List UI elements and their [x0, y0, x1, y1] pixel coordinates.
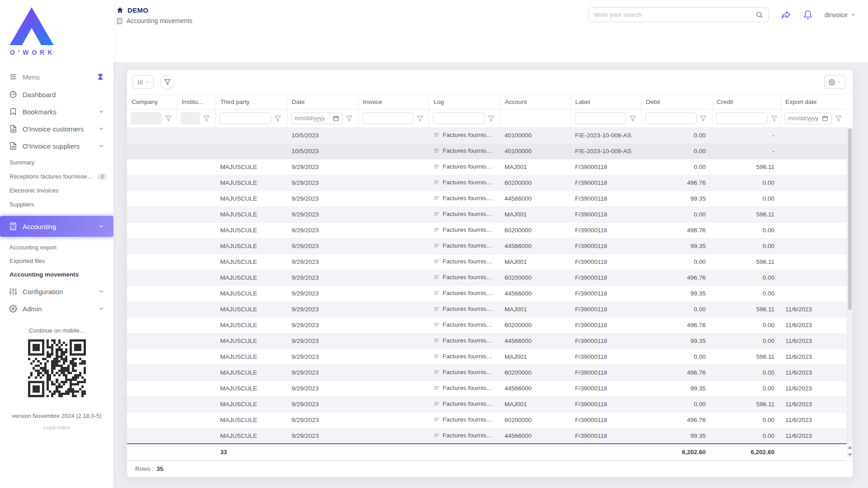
funnel-icon[interactable] — [345, 114, 354, 123]
legal-notice-link[interactable]: Legal notice — [0, 425, 113, 430]
sidebar-item-bookmarks[interactable]: Bookmarks — [0, 103, 113, 120]
table-row[interactable]: MAJUSCULE 9/29/2023 Factures fournisseur… — [127, 270, 847, 286]
column-chooser-button[interactable] — [132, 75, 154, 89]
column-header-export-date[interactable]: Export date — [781, 95, 847, 109]
table-row[interactable]: 10/5/2023 Factures fournisseurs 40100000… — [127, 143, 847, 159]
sidebar-item-oinvoice-customers[interactable]: O'Invoice customers — [0, 120, 113, 137]
table-row[interactable]: 10/5/2023 Factures fournisseurs 40100000… — [127, 127, 847, 143]
funnel-icon[interactable] — [164, 114, 173, 123]
filter-input-debit[interactable] — [645, 113, 697, 124]
calendar-icon[interactable] — [333, 115, 339, 122]
calendar-icon[interactable] — [822, 115, 828, 122]
user-menu[interactable]: dinvoice — [825, 11, 856, 19]
sidebar-bottom: Continue on mobile... version Novembre 2… — [0, 327, 113, 430]
grid-settings-button[interactable] — [824, 75, 845, 89]
funnel-icon[interactable] — [274, 114, 283, 123]
grid-toolbar — [127, 70, 853, 94]
table-row[interactable]: MAJUSCULE 9/29/2023 Factures fournisseur… — [127, 238, 847, 254]
search-icon[interactable] — [755, 11, 763, 19]
filter-input-invoice[interactable] — [362, 113, 414, 124]
log-icon — [434, 353, 439, 361]
sidebar-subitem-accounting-export[interactable]: Accounting export — [0, 240, 113, 254]
sidebar-subitem-accounting-movements[interactable]: Accounting movements — [0, 267, 113, 281]
filter-input-credit[interactable] — [716, 113, 768, 124]
funnel-icon[interactable] — [202, 114, 211, 123]
chevron-down-icon — [98, 223, 104, 230]
table-row[interactable]: MAJUSCULE 9/29/2023 Factures fournisseur… — [127, 159, 847, 175]
sidebar-subitem-receptions[interactable]: Réceptions factures fournisseurs 0 — [0, 169, 113, 183]
sidebar-item-admin[interactable]: Admin — [0, 300, 113, 317]
qr-code — [28, 339, 86, 397]
column-header-company[interactable]: Company — [127, 95, 177, 109]
sidebar-pin-icon[interactable] — [96, 73, 104, 81]
table-row[interactable]: MAJUSCULE 9/29/2023 Factures fournisseur… — [127, 317, 847, 333]
sidebar-item-oinvoice-suppliers[interactable]: O'Invoice suppliers — [0, 137, 113, 155]
log-icon — [434, 227, 439, 234]
column-header-invoice[interactable]: Invoice — [358, 95, 429, 109]
table-row[interactable]: MAJUSCULE 9/29/2023 Factures fournisseur… — [127, 396, 847, 412]
log-icon — [434, 417, 439, 424]
filter-date-input[interactable]: mm/dd/yyyy — [291, 113, 343, 124]
table-row[interactable]: MAJUSCULE 9/29/2023 Factures fournisseur… — [127, 175, 847, 191]
count-badge: 0 — [97, 173, 107, 180]
breadcrumb-home[interactable]: DEMO — [127, 6, 148, 14]
funnel-icon[interactable] — [699, 114, 708, 123]
column-header-institution[interactable]: Institu... — [177, 95, 216, 109]
sidebar-item-configuration[interactable]: Configuration — [0, 283, 113, 300]
search-input[interactable] — [594, 11, 752, 18]
funnel-icon[interactable] — [487, 114, 496, 123]
filter-input-third-party[interactable] — [220, 113, 271, 124]
column-header-log[interactable]: Log — [429, 95, 500, 109]
sidebar-subitem-summary[interactable]: Summary — [0, 155, 113, 169]
sidebar-item-accounting[interactable]: Accounting — [0, 216, 113, 237]
table-row[interactable]: MAJUSCULE 9/29/2023 Factures fournisseur… — [127, 428, 847, 444]
scroll-down-icon[interactable] — [847, 452, 853, 458]
filter-input-label[interactable] — [575, 113, 626, 124]
page-title: Accounting movements — [127, 17, 193, 24]
rows-label: Rows : — [135, 465, 154, 472]
scroll-up-icon[interactable] — [847, 445, 853, 450]
table-row[interactable]: MAJUSCULE 9/29/2023 Factures fournisseur… — [127, 222, 847, 238]
home-icon[interactable] — [116, 6, 124, 14]
filter-export-date-input[interactable]: mm/dd/yyyy — [785, 113, 832, 124]
column-header-account[interactable]: Account — [500, 95, 571, 109]
column-header-debit[interactable]: Debit — [641, 95, 712, 109]
funnel-icon[interactable] — [416, 114, 425, 123]
logo-text: O'WORK — [9, 49, 113, 56]
sidebar-nav: Dashboard Bookmarks O'Invoice customers … — [0, 86, 113, 317]
column-header-credit[interactable]: Credit — [712, 95, 781, 109]
table-row[interactable]: MAJUSCULE 9/29/2023 Factures fournisseur… — [127, 301, 847, 317]
totals-debit: 6,202.60 — [641, 444, 712, 460]
log-icon — [434, 195, 439, 202]
filter-row: mm/dd/yyyy — [127, 109, 847, 127]
table-row[interactable]: MAJUSCULE 9/29/2023 Factures fournisseur… — [127, 412, 847, 428]
table-row[interactable]: MAJUSCULE 9/29/2023 Factures fournisseur… — [127, 286, 847, 301]
share-button[interactable] — [781, 9, 791, 20]
funnel-icon[interactable] — [628, 114, 637, 123]
table-row[interactable]: MAJUSCULE 9/29/2023 Factures fournisseur… — [127, 333, 847, 349]
table-row[interactable]: MAJUSCULE 9/29/2023 Factures fournisseur… — [127, 191, 847, 206]
table-area: Company Institu... Third party Date Invo… — [127, 94, 853, 460]
scrollbar-thumb[interactable] — [848, 128, 852, 310]
filter-input-log[interactable] — [433, 113, 485, 124]
vertical-scrollbar[interactable] — [847, 127, 853, 444]
log-icon — [434, 306, 439, 313]
filter-toggle-button[interactable] — [160, 75, 175, 89]
hamburger-menu-icon[interactable] — [9, 73, 17, 81]
table-row[interactable]: MAJUSCULE 9/29/2023 Factures fournisseur… — [127, 365, 847, 380]
funnel-icon[interactable] — [770, 114, 779, 123]
column-header-third-party[interactable]: Third party — [216, 95, 287, 109]
table-row[interactable]: MAJUSCULE 9/29/2023 Factures fournisseur… — [127, 206, 847, 222]
table-row[interactable]: MAJUSCULE 9/29/2023 Factures fournisseur… — [127, 349, 847, 365]
sidebar-subitem-suppliers[interactable]: Suppliers — [0, 197, 113, 211]
sidebar-subitem-exported-files[interactable]: Exported files — [0, 254, 113, 267]
column-header-date[interactable]: Date — [287, 95, 358, 109]
log-icon — [434, 385, 439, 392]
table-row[interactable]: MAJUSCULE 9/29/2023 Factures fournisseur… — [127, 254, 847, 270]
sidebar-subitem-electronic-invoices[interactable]: Electronic Invoices — [0, 183, 113, 197]
sidebar-item-dashboard[interactable]: Dashboard — [0, 86, 113, 103]
column-header-label[interactable]: Label — [571, 95, 641, 109]
table-row[interactable]: MAJUSCULE 9/29/2023 Factures fournisseur… — [127, 380, 847, 396]
notifications-button[interactable] — [803, 10, 813, 20]
funnel-icon[interactable] — [834, 114, 843, 123]
